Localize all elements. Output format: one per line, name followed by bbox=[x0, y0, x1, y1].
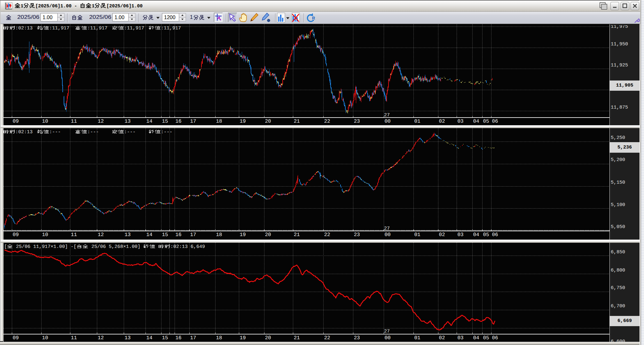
svg-text::02:13: :02:13 bbox=[15, 129, 33, 135]
svg-text:05: 05 bbox=[483, 119, 489, 124]
svg-text:15: 15 bbox=[162, 119, 168, 124]
svg-text:02: 02 bbox=[439, 232, 445, 238]
svg-text:12: 12 bbox=[98, 232, 104, 238]
svg-text:03: 03 bbox=[458, 335, 464, 341]
svg-text::11,917: :11,917 bbox=[161, 26, 181, 31]
svg-text:20: 20 bbox=[265, 335, 271, 341]
svg-text:01: 01 bbox=[414, 335, 420, 341]
svg-text::11,917: :11,917 bbox=[87, 26, 107, 31]
svg-text:11: 11 bbox=[71, 119, 77, 124]
svg-text:18: 18 bbox=[216, 232, 222, 238]
svg-text:00: 00 bbox=[385, 335, 391, 341]
svg-text:22: 22 bbox=[324, 119, 330, 124]
svg-text:06: 06 bbox=[492, 232, 498, 238]
svg-text:15: 15 bbox=[162, 335, 168, 341]
svg-text:03: 03 bbox=[458, 119, 464, 124]
svg-text:×1.00] -[: ×1.00] -[ bbox=[51, 244, 76, 249]
svg-text:05: 05 bbox=[483, 335, 489, 341]
svg-text:19: 19 bbox=[240, 119, 246, 124]
svg-text:21: 21 bbox=[294, 119, 300, 124]
svg-text:19: 19 bbox=[240, 232, 246, 238]
svg-text:17: 17 bbox=[190, 232, 196, 238]
svg-text:22: 22 bbox=[324, 335, 330, 341]
svg-text:27: 27 bbox=[384, 112, 390, 118]
svg-text:11: 11 bbox=[71, 232, 77, 238]
svg-text:13: 13 bbox=[125, 119, 131, 124]
svg-text:21: 21 bbox=[294, 232, 300, 238]
svg-text:11: 11 bbox=[71, 335, 77, 341]
svg-text:02: 02 bbox=[439, 335, 445, 341]
svg-text:10: 10 bbox=[42, 335, 48, 341]
svg-text:16: 16 bbox=[176, 232, 182, 238]
svg-text::---: :--- bbox=[87, 129, 99, 135]
svg-text:14: 14 bbox=[146, 119, 153, 124]
svg-text::11,917: :11,917 bbox=[49, 26, 69, 31]
svg-text:00: 00 bbox=[385, 232, 391, 238]
svg-text:16: 16 bbox=[176, 335, 182, 341]
svg-text:15: 15 bbox=[162, 232, 168, 238]
svg-text:22: 22 bbox=[324, 232, 330, 238]
svg-text::02:13 6,649: :02:13 6,649 bbox=[170, 244, 205, 249]
svg-text:05: 05 bbox=[483, 232, 489, 238]
svg-text:06: 06 bbox=[492, 119, 498, 124]
svg-text:13: 13 bbox=[125, 335, 131, 341]
svg-text:14: 14 bbox=[146, 335, 153, 341]
svg-text:17: 17 bbox=[190, 335, 196, 341]
svg-text:13: 13 bbox=[125, 232, 131, 238]
svg-text:17: 17 bbox=[190, 119, 196, 124]
svg-text:23: 23 bbox=[354, 335, 360, 341]
svg-text:09: 09 bbox=[13, 232, 19, 238]
svg-text:04: 04 bbox=[473, 119, 479, 124]
svg-text:04: 04 bbox=[473, 335, 479, 341]
svg-text:02: 02 bbox=[439, 119, 445, 124]
svg-text:23: 23 bbox=[354, 232, 360, 238]
svg-text:25/06 5,268×1.00]: 25/06 5,268×1.00] bbox=[89, 244, 143, 249]
svg-text:12: 12 bbox=[98, 119, 104, 124]
svg-text:18: 18 bbox=[216, 119, 222, 124]
svg-text:09: 09 bbox=[13, 335, 19, 341]
svg-text::11,917: :11,917 bbox=[124, 26, 144, 31]
svg-text:01: 01 bbox=[414, 232, 420, 238]
svg-text::---: :--- bbox=[161, 129, 172, 135]
svg-text:10: 10 bbox=[42, 232, 48, 238]
svg-text:12: 12 bbox=[98, 335, 104, 341]
svg-text:04: 04 bbox=[473, 232, 479, 238]
svg-text::02:13: :02:13 bbox=[15, 26, 33, 31]
svg-text:27: 27 bbox=[384, 329, 390, 334]
svg-text:19: 19 bbox=[240, 335, 246, 341]
svg-text:09: 09 bbox=[13, 119, 19, 124]
svg-text:00: 00 bbox=[385, 119, 391, 124]
svg-text::---: :--- bbox=[49, 129, 61, 135]
svg-text:25/06 11,917: 25/06 11,917 bbox=[13, 244, 51, 249]
svg-text:18: 18 bbox=[216, 335, 222, 341]
svg-text:21: 21 bbox=[294, 335, 300, 341]
svg-text:10: 10 bbox=[42, 119, 48, 124]
svg-text:16: 16 bbox=[176, 119, 182, 124]
svg-text::---: :--- bbox=[124, 129, 136, 135]
svg-text:20: 20 bbox=[265, 119, 271, 124]
svg-text:[: [ bbox=[4, 244, 7, 249]
svg-text:14: 14 bbox=[146, 232, 153, 238]
svg-text:27: 27 bbox=[384, 226, 390, 231]
svg-text:06: 06 bbox=[492, 335, 498, 341]
svg-text:01: 01 bbox=[414, 119, 420, 124]
svg-text:03: 03 bbox=[458, 232, 464, 238]
svg-text:23: 23 bbox=[354, 119, 360, 124]
svg-text:20: 20 bbox=[265, 232, 271, 238]
